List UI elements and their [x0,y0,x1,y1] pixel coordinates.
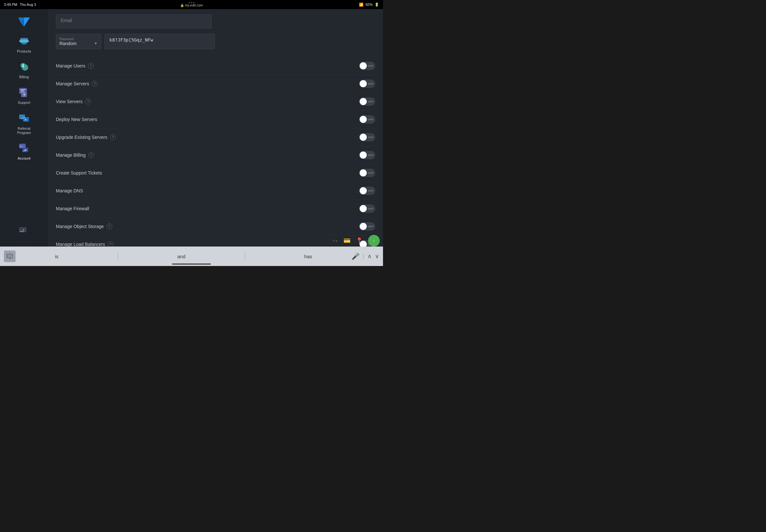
toggle-upgrade-existing-servers[interactable]: OFF [359,133,375,141]
products-label: Products [17,49,31,54]
sidebar-item-more[interactable]: ... [0,221,48,247]
toggle-view-servers[interactable]: OFF [359,97,375,106]
support-label: Support [18,101,30,105]
svg-rect-6 [20,42,28,43]
permission-label-manage-servers: Manage Servers? [56,81,98,87]
permission-text-create-support-tickets: Create Support Tickets [56,170,102,175]
toggle-knob-manage-firewall [359,205,367,212]
toggle-off-label-view-servers: OFF [368,100,374,103]
microphone-icon[interactable]: 🎤 [351,252,359,260]
keyboard-bar: is and has 🎤 | ∧ ∨ [0,247,383,266]
svg-rect-7 [22,43,26,44]
help-icon-manage-load-balancers[interactable]: ? [108,241,114,247]
toggle-off-label-create-support-tickets: OFF [368,172,374,175]
permission-text-deploy-new-servers: Deploy New Servers [56,117,97,122]
sidebar-item-support[interactable]: ? Support [0,82,48,108]
referral-icon: ✕ [18,112,30,125]
svg-rect-5 [19,41,29,42]
permission-label-manage-firewall: Manage Firewall [56,206,89,211]
pipe-divider: | [363,253,364,259]
permission-row-manage-billing: Manage Billing?OFF [56,146,375,164]
svg-rect-22 [19,144,26,145]
help-icon-view-servers[interactable]: ? [85,99,91,104]
nav-down-button[interactable]: ∨ [375,253,379,260]
permission-text-manage-object-storage: Manage Object Storage [56,224,104,229]
permission-row-manage-dns: Manage DNSOFF [56,182,375,200]
keyboard-toggle-button[interactable] [4,250,16,262]
svg-text:✕: ✕ [24,118,27,121]
suggestion-3[interactable]: has [298,252,318,261]
suggestion-2[interactable]: and [171,252,192,261]
sidebar: Products $ Billing ? Support [0,9,48,247]
nav-up-button[interactable]: ∧ [367,253,371,260]
permission-row-manage-load-balancers: Manage Load Balancers?OFF [56,236,375,247]
svg-rect-24 [20,147,23,147]
svg-rect-36 [10,256,11,257]
toggle-knob-manage-billing [359,151,367,159]
sidebar-logo[interactable] [0,13,48,31]
toggle-manage-object-storage[interactable]: OFF [359,222,375,231]
password-input[interactable]: k8?JF3p[5Gqz_NFw [104,34,215,49]
toggle-manage-dns[interactable]: OFF [359,187,375,195]
toggle-knob-upgrade-existing-servers [359,134,367,141]
permission-text-manage-load-balancers: Manage Load Balancers [56,242,105,247]
sidebar-item-billing[interactable]: $ Billing [0,57,48,82]
permission-label-manage-dns: Manage DNS [56,188,83,193]
toggle-off-label-manage-billing: OFF [368,154,374,157]
toggle-off-label-upgrade-existing-servers: OFF [368,136,374,139]
permission-text-manage-users: Manage Users [56,63,85,68]
password-type-select[interactable]: Password Random ▼ [56,34,101,49]
main-content: Email Password Random ▼ k8?JF3p[5Gqz_NFw… [48,9,383,247]
toggle-manage-firewall[interactable]: OFF [359,204,375,213]
email-field[interactable]: Email [56,14,212,29]
sidebar-item-account[interactable]: Account [0,138,48,164]
toggle-knob-manage-dns [359,187,367,194]
go-button[interactable]: ↑ [368,235,380,247]
url-bar[interactable]: 🔒 my.vultr.com [180,4,203,7]
battery-indicator: 92% [365,3,372,6]
help-icon-upgrade-existing-servers[interactable]: ? [110,134,116,140]
permission-text-manage-billing: Manage Billing [56,152,86,158]
sidebar-item-referral[interactable]: ✕ ReferralProgram [0,108,48,138]
suggestion-1[interactable]: is [48,252,65,261]
card-icon[interactable]: 💳 [343,237,350,244]
location-icon[interactable]: 📍 [356,237,363,244]
permission-text-view-servers: View Servers [56,99,82,104]
permission-row-upgrade-existing-servers: Upgrade Existing Servers?OFF [56,128,375,146]
help-icon-manage-object-storage[interactable]: ? [106,224,112,229]
toggle-manage-billing[interactable]: OFF [359,151,375,159]
toggle-create-support-tickets[interactable]: OFF [359,169,375,177]
divider-2 [245,252,245,260]
svg-rect-35 [9,256,9,257]
password-type-value: Random [59,41,77,46]
toggle-knob-manage-servers [359,80,367,87]
toggle-deploy-new-servers[interactable]: OFF [359,115,375,124]
help-icon-manage-servers[interactable]: ? [92,81,98,87]
permission-text-manage-firewall: Manage Firewall [56,206,89,211]
svg-rect-33 [11,255,12,256]
more-label: ... [22,239,25,243]
permission-label-view-servers: View Servers? [56,99,91,104]
toggle-manage-servers[interactable]: OFF [359,79,375,88]
lock-icon: 🔒 [180,4,184,7]
more-icon [18,224,30,237]
password-value: k8?JF3p[5Gqz_NFw [109,37,153,42]
toggle-off-label-manage-users: OFF [368,65,374,67]
permission-text-upgrade-existing-servers: Upgrade Existing Servers [56,135,107,140]
svg-rect-29 [7,254,13,258]
home-indicator [172,263,211,265]
toggle-manage-users[interactable]: OFF [359,62,375,70]
permission-text-manage-servers: Manage Servers [56,81,89,86]
svg-rect-30 [7,255,8,256]
wifi-icon: 📶 [359,3,363,7]
toggle-knob-view-servers [359,98,367,105]
permission-row-view-servers: View Servers?OFF [56,93,375,111]
svg-rect-3 [20,39,28,41]
help-icon-manage-users[interactable]: ? [88,63,94,69]
permission-row-manage-firewall: Manage FirewallOFF [56,200,375,218]
permission-label-create-support-tickets: Create Support Tickets [56,170,102,175]
sidebar-item-products[interactable]: Products [0,31,48,57]
key-icon[interactable]: 🗝 [332,237,338,244]
help-icon-manage-billing[interactable]: ? [88,152,94,158]
permission-row-deploy-new-servers: Deploy New ServersOFF [56,111,375,128]
